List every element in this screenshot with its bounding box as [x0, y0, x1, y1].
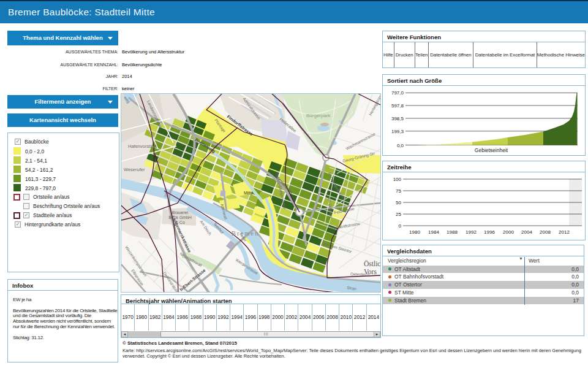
svg-text:597,8: 597,8: [391, 103, 404, 109]
svg-text:Weserufer: Weserufer: [124, 167, 145, 172]
svg-text:1992: 1992: [466, 229, 477, 235]
svg-text:Östlic: Östlic: [364, 259, 380, 267]
svg-text:1980: 1980: [409, 229, 420, 235]
svg-text:0,0: 0,0: [397, 143, 404, 148]
svg-text:1984: 1984: [428, 229, 439, 235]
svg-text:398,5: 398,5: [391, 116, 404, 121]
svg-text:Bürgerpark: Bürgerpark: [306, 113, 331, 118]
svg-text:1996: 1996: [484, 229, 495, 235]
svg-text:100: 100: [393, 177, 402, 182]
svg-text:Mitte: Mitte: [244, 191, 253, 195]
svg-text:Hafenvorstadt: Hafenvorstadt: [128, 144, 157, 149]
svg-text:2012: 2012: [559, 229, 570, 235]
svg-text:Brauerei: Brauerei: [172, 210, 189, 215]
svg-text:75: 75: [396, 188, 401, 194]
svg-text:797,0: 797,0: [391, 90, 404, 96]
svg-text:25: 25: [396, 212, 401, 217]
svg-text:Gebietseinheit: Gebietseinheit: [475, 147, 508, 153]
svg-text:0: 0: [399, 223, 402, 229]
svg-text:1988: 1988: [447, 229, 458, 235]
svg-text:2000: 2000: [503, 229, 514, 235]
svg-text:199,3: 199,3: [391, 129, 404, 134]
svg-text:Osterdeich: Osterdeich: [350, 272, 370, 277]
svg-text:50: 50: [396, 200, 401, 205]
svg-text:2004: 2004: [521, 229, 532, 235]
svg-text:2008: 2008: [540, 229, 551, 235]
